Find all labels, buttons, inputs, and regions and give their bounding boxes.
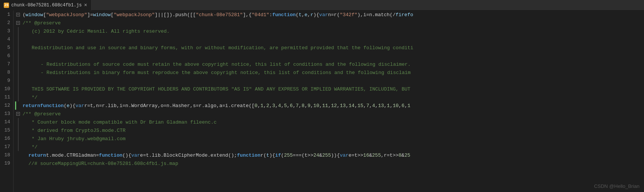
fold-18	[15, 151, 21, 159]
line-num-1: 1	[3, 11, 10, 19]
line-num-13: 13	[3, 110, 10, 118]
tab-bar: JS chunk-08e75281.608c4fb1.js ×	[0, 0, 644, 11]
code-text-7: - Redistributions of source code must re…	[23, 62, 411, 67]
fold-3	[15, 27, 21, 35]
line-num-2: 2	[3, 19, 10, 27]
watermark: CSDN @Hello_Brian	[594, 183, 639, 189]
fold-8	[15, 68, 21, 77]
fold-19	[15, 159, 21, 168]
code-line-12: return function(e){var r=t,n=r.lib,i=n.W…	[15, 101, 644, 110]
code-line-18: return t.mode.CTRGladman=function(){var …	[15, 151, 644, 159]
fold-6	[15, 52, 21, 60]
code-text-16: * Jan Hruby jhruby.web@gmail.com	[23, 136, 126, 142]
code-text-19: //# sourceMappingURL=chunk-08e75281.608c…	[23, 161, 178, 166]
code-line-1: - (window["webpackJsonp"]=window["webpac…	[15, 11, 644, 19]
code-line-5: Redistribution and use in source and bin…	[15, 44, 644, 52]
code-line-8: - Redistributions in binary form must re…	[15, 68, 644, 77]
fold-11	[15, 93, 21, 101]
code-text-14: * Counter block mode compatible with Dr …	[23, 119, 216, 125]
code-line-14: * Counter block mode compatible with Dr …	[15, 118, 644, 126]
code-line-16: * Jan Hruby jhruby.web@gmail.com	[15, 135, 644, 143]
line-num-15: 15	[3, 126, 10, 135]
editor-area: 1 2 3 4 5 6 7 8 9 10 11 12 13 14 15 16 1…	[0, 11, 644, 192]
code-text-2: /** @preserve	[23, 20, 61, 26]
code-line-9	[15, 77, 644, 85]
fold-13[interactable]: -	[15, 110, 21, 118]
fold-9	[15, 77, 21, 85]
fold-1[interactable]: -	[15, 11, 21, 19]
tab-filename: chunk-08e75281.608c4fb1.js	[11, 3, 82, 8]
line-num-10: 10	[3, 85, 10, 93]
code-area: - (window["webpackJsonp"]=window["webpac…	[14, 11, 644, 192]
line-num-18: 18	[3, 151, 10, 159]
line-num-14: 14	[3, 118, 10, 126]
code-line-19: //# sourceMappingURL=chunk-08e75281.608c…	[15, 159, 644, 168]
fold-16	[15, 135, 21, 143]
fold-4	[15, 35, 21, 44]
code-text-11: */	[23, 95, 38, 100]
code-text-1: (	[23, 12, 26, 18]
line-num-19: 19	[3, 159, 10, 168]
file-tab[interactable]: JS chunk-08e75281.608c4fb1.js ×	[0, 0, 91, 11]
line-num-7: 7	[3, 60, 10, 68]
line-numbers: 1 2 3 4 5 6 7 8 9 10 11 12 13 14 15 16 1…	[0, 11, 14, 192]
code-line-7: - Redistributions of source code must re…	[15, 60, 644, 68]
fold-5	[15, 44, 21, 52]
line-num-9: 9	[3, 77, 10, 85]
code-line-11: */	[15, 93, 644, 101]
line-num-6: 6	[3, 52, 10, 60]
line-num-4: 4	[3, 35, 10, 44]
code-text-8: - Redistributions in binary form must re…	[23, 70, 411, 76]
line-num-17: 17	[3, 143, 10, 151]
line-num-8: 8	[3, 68, 10, 77]
line-num-12: 12	[3, 101, 10, 110]
code-text-10: THIS SOFTWARE IS PROVIDED BY THE COPYRIG…	[23, 86, 410, 92]
line-num-16: 16	[3, 135, 10, 143]
code-text-5: Redistribution and use in source and bin…	[23, 45, 413, 51]
fold-7	[15, 60, 21, 68]
fold-2[interactable]: -	[15, 19, 21, 27]
code-text-15: * derived from CryptoJS.mode.CTR	[23, 128, 126, 133]
code-line-15: * derived from CryptoJS.mode.CTR	[15, 126, 644, 135]
code-line-10: THIS SOFTWARE IS PROVIDED BY THE COPYRIG…	[15, 85, 644, 93]
code-line-6	[15, 52, 644, 60]
fold-15	[15, 126, 21, 135]
code-text-12: return	[23, 103, 40, 109]
code-text-13: /** @preserve	[23, 111, 61, 117]
line-num-11: 11	[3, 93, 10, 101]
green-bar	[15, 101, 16, 110]
code-text-17: */	[23, 144, 38, 150]
code-line-4	[15, 35, 644, 44]
code-text-3: (c) 2012 by Cédric Mesnil. All rights re…	[23, 29, 170, 34]
close-tab-button[interactable]: ×	[84, 2, 87, 8]
code-text-18	[23, 153, 29, 158]
file-type-icon: JS	[4, 3, 9, 8]
code-line-17: */	[15, 143, 644, 151]
code-line-2: - /** @preserve	[15, 19, 644, 27]
code-line-3: (c) 2012 by Cédric Mesnil. All rights re…	[15, 27, 644, 35]
line-num-5: 5	[3, 44, 10, 52]
line-num-3: 3	[3, 27, 10, 35]
fold-14	[15, 118, 21, 126]
fold-10	[15, 85, 21, 93]
fold-17	[15, 143, 21, 151]
code-lines: - (window["webpackJsonp"]=window["webpac…	[14, 11, 644, 168]
code-line-13: - /** @preserve	[15, 110, 644, 118]
